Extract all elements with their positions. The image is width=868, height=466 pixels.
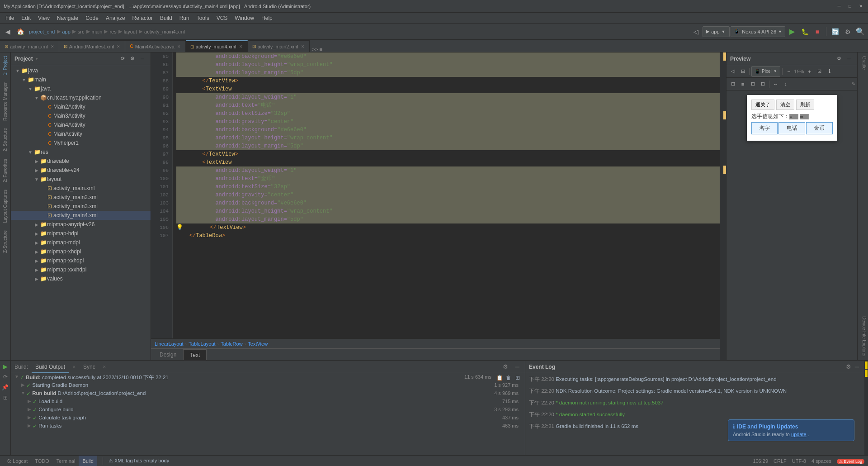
menu-refactor[interactable]: Refactor <box>129 13 156 24</box>
maximize-button[interactable]: □ <box>846 3 854 10</box>
tree-main[interactable]: ▼ 📁 main <box>11 75 151 84</box>
close-button[interactable]: ✕ <box>857 3 864 10</box>
event-log-settings-icon[interactable]: ⚙ <box>844 363 853 370</box>
breadcrumb-project[interactable]: project_end <box>29 29 55 34</box>
design-tab[interactable]: Design <box>153 349 183 360</box>
preview-tool5[interactable]: ↔ <box>771 80 780 89</box>
build-output-tab[interactable]: Build Output <box>32 361 69 373</box>
tree-drawable[interactable]: ▶ 📁 drawable <box>11 157 151 166</box>
preview-btn-refresh[interactable]: 刷新 <box>796 100 814 110</box>
preview-btn-guanle[interactable]: 通关了 <box>751 100 774 110</box>
tab-activity-main-xml[interactable]: ⊡ activity_main.xml ✕ <box>0 40 59 52</box>
tree-layout[interactable]: ▼ 📁 layout <box>11 175 151 184</box>
run-icon[interactable]: ▶ <box>786 26 798 38</box>
filter-action-btn[interactable]: ⊞ <box>0 393 10 403</box>
menu-file[interactable]: File <box>2 13 18 24</box>
tab-activity-main4-xml[interactable]: ⊡ activity_main4.xml ✕ <box>186 40 248 52</box>
back-nav-icon[interactable]: ◀ <box>2 26 14 38</box>
tab-main4-activity-java[interactable]: C Main4Activity.java ✕ <box>125 40 185 52</box>
vtab-captures[interactable]: Layout Captures <box>1 187 9 225</box>
preview-tool1[interactable]: ⊞ <box>728 80 737 89</box>
event-log-indicator[interactable]: ⚠ Event Log <box>837 458 864 464</box>
tree-mainactivity[interactable]: C MainActivity <box>11 129 151 138</box>
tree-values[interactable]: ▶ 📁 values <box>11 274 151 283</box>
tree-main2activity[interactable]: C Main2Activity <box>11 102 151 111</box>
menu-navigate[interactable]: Navigate <box>53 13 82 24</box>
debug-icon[interactable]: 🐛 <box>799 26 811 38</box>
expand-icon[interactable]: ▶ <box>26 399 33 404</box>
tree-settings-icon[interactable]: ⚙ <box>128 54 137 63</box>
sync-icon[interactable]: 🔄 <box>829 26 841 38</box>
menu-run[interactable]: Run <box>176 13 193 24</box>
menu-build[interactable]: Build <box>156 13 176 24</box>
vtab-z-structure[interactable]: Z-Structure <box>1 228 9 256</box>
tree-mipmap-xxhdpi[interactable]: ▶ 📁 mipmap-xxhdpi <box>11 256 151 265</box>
expand-icon[interactable]: ▶ <box>26 415 33 420</box>
tab-close-icon[interactable]: ✕ <box>239 44 243 49</box>
vtab-structure[interactable]: 2: Structure <box>1 125 9 154</box>
tab-android-manifest[interactable]: ⊡ AndroidManifest.xml ✕ <box>59 40 126 52</box>
event-log-minimize-icon[interactable]: ─ <box>853 363 861 370</box>
run-action-btn[interactable]: ▶ <box>0 361 10 371</box>
tree-java-root[interactable]: ▼ 📁 java <box>11 66 151 75</box>
preview-btn-clear[interactable]: 清空 <box>776 100 794 110</box>
settings-icon[interactable]: ⚙ <box>842 26 854 38</box>
tree-res[interactable]: ▼ 📁 res <box>11 147 151 157</box>
menu-view[interactable]: View <box>34 13 53 24</box>
tree-package[interactable]: ▼ 📦 cn.itcast.myapplication <box>11 93 151 102</box>
tree-mipmap-hdpi[interactable]: ▶ 📁 mipmap-hdpi <box>11 229 151 238</box>
breadcrumb-tablerow[interactable]: TableRow <box>221 341 242 347</box>
preview-nav-icon[interactable]: ◁ <box>728 67 737 76</box>
tree-activity-main4-xml[interactable]: ⊡ activity_main4.xml <box>11 211 151 220</box>
zoom-in-icon[interactable]: + <box>805 67 814 76</box>
tree-main3activity[interactable]: C Main3Activity <box>11 111 151 120</box>
tree-mipmap-xhdpi[interactable]: ▶ 📁 mipmap-xhdpi <box>11 247 151 256</box>
tab-close-icon[interactable]: ✕ <box>177 44 181 49</box>
more-tabs-btn[interactable]: >> ≡ <box>310 47 325 52</box>
build-tab[interactable]: Build <box>79 456 97 466</box>
sync-tab[interactable]: Sync <box>80 361 99 373</box>
breadcrumb-textview[interactable]: TextView <box>248 341 268 347</box>
terminal-tab[interactable]: Terminal <box>53 456 79 466</box>
build-delete-icon[interactable]: 🗑 <box>504 374 513 381</box>
menu-tools[interactable]: Tools <box>193 13 213 24</box>
sync-close[interactable]: ✕ <box>103 365 106 369</box>
preview-tool3[interactable]: ⊟ <box>748 80 757 89</box>
tree-activity-main-xml[interactable]: ⊡ activity_main.xml <box>11 184 151 193</box>
tree-drawable-v24[interactable]: ▶ 📁 drawable-v24 <box>11 166 151 175</box>
build-filter-icon[interactable]: ⊞ <box>513 374 522 381</box>
device-combo[interactable]: 📱Nexus 4 API 26▼ <box>731 26 785 37</box>
vtab-device-file-explorer[interactable]: Device File Explorer <box>858 313 868 360</box>
tab-activity-main2-xml[interactable]: ⊡ activity_main2.xml ✕ <box>248 40 310 52</box>
menu-window[interactable]: Window <box>231 13 258 24</box>
build-minimize-icon[interactable]: ─ <box>514 363 521 370</box>
update-link[interactable]: update <box>791 432 807 437</box>
tab-close-icon[interactable]: ✕ <box>51 44 54 49</box>
expand-icon[interactable]: ▶ <box>26 423 33 428</box>
logcat-tab[interactable]: 6: Logcat <box>4 456 31 466</box>
text-tab[interactable]: Text <box>183 349 207 360</box>
vtab-gradle[interactable]: Gradle <box>858 52 868 73</box>
scrollbar-area[interactable] <box>720 52 726 360</box>
preview-tool6[interactable]: ↕ <box>781 80 790 89</box>
build-settings-icon[interactable]: ⚙ <box>501 363 510 370</box>
app-config-combo[interactable]: ▶app▼ <box>703 26 730 37</box>
build-output-close[interactable]: ✕ <box>72 365 76 369</box>
event-log-badge[interactable]: ⚠ Event Log <box>837 459 864 464</box>
tree-java-sub[interactable]: ▼ 📁 java <box>11 84 151 93</box>
vtab-project[interactable]: 1: Project <box>1 53 9 78</box>
tree-mipmap-mdpi[interactable]: ▶ 📁 mipmap-mdpi <box>11 238 151 247</box>
home-icon[interactable]: 🏠 <box>14 26 26 38</box>
breadcrumb-tablelayout[interactable]: TableLayout <box>189 341 215 347</box>
preview-tool4[interactable]: ⊡ <box>758 80 767 89</box>
collapse-panel-icon[interactable]: ─ <box>138 54 147 63</box>
tree-main4activity[interactable]: C Main4Activity <box>11 120 151 129</box>
code-view[interactable]: 85 86 87 88 89 90 91 92 93 94 95 96 97 9… <box>151 52 720 338</box>
breadcrumb-app[interactable]: app <box>62 29 71 34</box>
preview-design-icon[interactable]: ⊞ <box>738 67 747 76</box>
tree-activity-main2-xml[interactable]: ⊡ activity_main2.xml <box>11 193 151 202</box>
build-log-icon[interactable]: 📋 <box>495 374 504 381</box>
expand-icon[interactable]: ▶ <box>26 407 33 412</box>
vtab-resource-manager[interactable]: Resource Manager <box>1 80 9 124</box>
expand-icon[interactable]: ▶ <box>20 382 26 387</box>
